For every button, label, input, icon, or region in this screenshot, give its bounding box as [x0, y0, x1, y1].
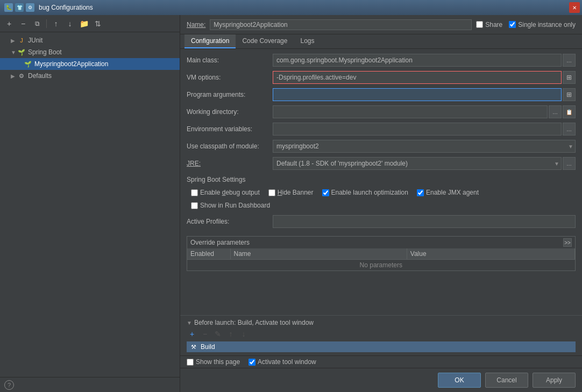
working-dir-browse-btn[interactable]: …	[549, 105, 562, 118]
jmx-agent-checkbox[interactable]	[417, 189, 424, 196]
run-dashboard-label[interactable]: Show in Run Dashboard	[191, 202, 270, 209]
close-button[interactable]: ✕	[569, 2, 580, 13]
cancel-button[interactable]: Cancel	[485, 373, 528, 388]
working-dir-label: Working directory:	[187, 108, 273, 116]
ok-button[interactable]: OK	[438, 373, 481, 388]
vm-options-row: VM options: ⊞	[187, 70, 576, 84]
activate-tool-window-text: Activate tool window	[258, 358, 316, 366]
vm-options-expand-btn[interactable]: ⊞	[563, 71, 576, 84]
copy-button[interactable]: ⧉	[31, 18, 43, 30]
jmx-agent-text: Enable JMX agent	[426, 189, 479, 196]
share-checkbox-label[interactable]: Share	[476, 21, 502, 28]
before-launch-add-btn[interactable]: +	[187, 329, 197, 339]
debug-output-text: Enable debug output	[200, 189, 260, 196]
launch-optimization-label[interactable]: Enable launch optimization	[322, 189, 408, 196]
single-instance-text: Single instance only	[518, 21, 576, 28]
sort-button[interactable]: ⇅	[92, 18, 104, 30]
launch-optimization-text: Enable launch optimization	[331, 189, 408, 196]
program-args-input[interactable]	[273, 88, 562, 101]
program-args-expand-btn[interactable]: ⊞	[563, 88, 576, 101]
hide-banner-checkbox[interactable]	[268, 189, 275, 196]
add-button[interactable]: +	[3, 18, 15, 30]
left-toolbar: + − ⧉ ↑ ↓ 📁 ⇅	[0, 15, 180, 32]
vm-options-label: VM options:	[187, 74, 273, 81]
apply-button[interactable]: Apply	[533, 373, 576, 388]
run-dashboard-text: Show in Run Dashboard	[200, 202, 270, 209]
folder-button[interactable]: 📁	[78, 18, 90, 30]
junit-arrow: ▶	[11, 38, 17, 44]
action-buttons: OK Cancel Apply	[180, 368, 582, 392]
tree-item-junit[interactable]: ▶ J JUnit	[0, 34, 180, 46]
main-class-browse-btn[interactable]: …	[563, 54, 576, 67]
before-launch-down-btn[interactable]: ↓	[238, 329, 249, 339]
remove-button[interactable]: −	[17, 18, 29, 30]
main-class-row: Main class: …	[187, 53, 576, 67]
junit-label: JUnit	[28, 37, 42, 44]
before-launch-title: Before launch: Build, Activate tool wind…	[194, 319, 314, 326]
single-instance-label[interactable]: Single instance only	[509, 21, 576, 28]
before-launch-build-item: ⚒ Build	[187, 341, 576, 352]
before-launch-section: ▼ Before launch: Build, Activate tool wi…	[180, 315, 582, 355]
before-launch-collapse-arrow[interactable]: ▼	[187, 320, 192, 326]
tree-item-springboot[interactable]: ▼ 🌱 Spring Boot	[0, 46, 180, 58]
jre-label: JRE:	[187, 160, 273, 167]
jre-browse-btn[interactable]: …	[563, 157, 576, 170]
debug-output-label[interactable]: Enable debug output	[191, 189, 260, 196]
main-container: + − ⧉ ↑ ↓ 📁 ⇅ ▶ J JUnit ▼ 🌱 Spring Boot …	[0, 15, 582, 392]
working-dir-input-group: … 📋	[273, 105, 576, 118]
help-icon[interactable]: ?	[4, 380, 14, 390]
before-launch-edit-btn[interactable]: ✎	[212, 329, 223, 339]
tab-configuration[interactable]: Configuration	[184, 34, 236, 48]
build-label: Build	[201, 343, 215, 351]
col-value: Value	[407, 248, 574, 260]
hide-banner-label[interactable]: Hide Banner	[268, 189, 314, 196]
spring-boot-settings-header: Spring Boot Settings	[187, 176, 576, 183]
title-bar-icons: 🐛 👕 ⚙	[4, 3, 34, 12]
junit-icon: J	[17, 36, 26, 45]
name-label: Name:	[187, 21, 205, 28]
name-input[interactable]	[210, 19, 472, 30]
active-profiles-label: Active Profiles:	[187, 218, 273, 225]
active-profiles-input[interactable]	[273, 215, 576, 228]
bottom-help: ?	[0, 377, 180, 392]
before-launch-header: ▼ Before launch: Build, Activate tool wi…	[187, 319, 576, 326]
defaults-arrow: ▶	[11, 73, 17, 79]
program-args-label: Program arguments:	[187, 91, 273, 98]
tab-logs[interactable]: Logs	[294, 34, 321, 48]
tree-item-defaults[interactable]: ▶ ⚙ Defaults	[0, 70, 180, 82]
before-launch-up-btn[interactable]: ↑	[225, 329, 236, 339]
activate-tool-window-label[interactable]: Activate tool window	[249, 358, 316, 366]
classpath-row: Use classpath of module: myspringboot2 ▼	[187, 139, 576, 153]
move-down-button[interactable]: ↓	[64, 18, 76, 30]
app-icon-2: 👕	[15, 3, 24, 12]
jre-select[interactable]: Default (1.8 - SDK of 'myspringboot2' mo…	[273, 157, 562, 170]
working-dir-macro-btn[interactable]: 📋	[563, 105, 576, 118]
show-this-page-checkbox[interactable]	[187, 359, 194, 366]
title-text: bug Configurations	[39, 4, 93, 11]
show-this-page-label[interactable]: Show this page	[187, 358, 240, 366]
single-instance-checkbox[interactable]	[509, 21, 516, 28]
title-bar: 🐛 👕 ⚙ bug Configurations ✕	[0, 0, 582, 15]
toolbar-divider	[46, 19, 47, 28]
main-class-input[interactable]	[273, 54, 562, 67]
tree-item-myapp[interactable]: ▶ 🌱 Myspringboot2Application	[0, 58, 180, 70]
tab-code-coverage[interactable]: Code Coverage	[236, 34, 294, 48]
working-dir-input[interactable]	[273, 105, 548, 118]
classpath-select[interactable]: myspringboot2	[273, 140, 576, 153]
override-expand-btn[interactable]: >>	[563, 238, 572, 247]
jmx-agent-label[interactable]: Enable JMX agent	[417, 189, 479, 196]
app-icon-1: 🐛	[4, 3, 13, 12]
launch-optimization-checkbox[interactable]	[322, 189, 329, 196]
before-launch-remove-btn[interactable]: −	[200, 329, 210, 339]
move-up-button[interactable]: ↑	[50, 18, 62, 30]
tree-area: ▶ J JUnit ▼ 🌱 Spring Boot ▶ 🌱 Myspringbo…	[0, 32, 180, 377]
env-vars-browse-btn[interactable]: …	[563, 123, 576, 136]
env-vars-input[interactable]	[273, 123, 562, 136]
share-checkbox[interactable]	[476, 21, 483, 28]
activate-tool-window-checkbox[interactable]	[249, 359, 255, 366]
vm-options-input[interactable]	[273, 71, 562, 84]
hide-banner-text: Hide Banner	[278, 189, 314, 196]
run-dashboard-checkbox[interactable]	[191, 202, 198, 209]
debug-output-checkbox[interactable]	[191, 189, 198, 196]
springboot-label: Spring Boot	[28, 48, 62, 56]
